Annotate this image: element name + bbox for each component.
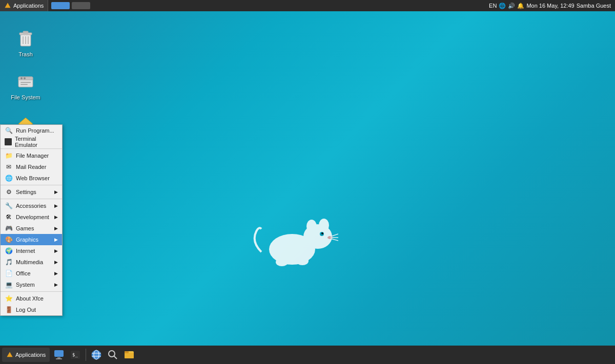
terminal-icon <box>5 138 12 145</box>
menu-mailreader-label: Mail Reader <box>16 164 46 170</box>
menu-settings-label: Settings <box>16 189 36 195</box>
topbar-apps-label: Applications <box>13 3 44 9</box>
svg-rect-40 <box>125 351 129 353</box>
svg-rect-39 <box>125 353 134 358</box>
games-arrow: ▶ <box>54 226 58 231</box>
graphics-arrow: ▶ <box>54 237 58 242</box>
svg-rect-11 <box>20 84 28 85</box>
svg-point-32 <box>92 350 101 359</box>
menu-separator-3 <box>1 199 62 199</box>
menu-item-internet[interactable]: 🌍 Internet ▶ <box>1 245 62 256</box>
accessories-icon: 🔧 <box>5 202 13 210</box>
menu-logout-label: Log Out <box>16 307 36 313</box>
menu-item-office[interactable]: 📄 Office ▶ <box>1 268 62 279</box>
topbar-network-icon: 🌐 <box>499 3 506 9</box>
settings-arrow: ▶ <box>54 189 58 195</box>
desktop: Trash File System <box>0 11 615 346</box>
menu-office-label: Office <box>16 270 31 276</box>
topbar: Applications EN 🌐 🔊 🔔 Mon 16 May, 12:49 … <box>0 0 615 11</box>
menu-item-logout[interactable]: 🚪 Log Out <box>1 304 62 315</box>
menu-item-multimedia[interactable]: 🎵 Multimedia ▶ <box>1 256 62 268</box>
menu-development-label: Development <box>16 214 49 220</box>
svg-text:$_: $_ <box>72 352 78 357</box>
menu-graphics-label: Graphics <box>16 237 38 243</box>
menu-item-accessories[interactable]: 🔧 Accessories ▶ <box>1 200 62 211</box>
internet-icon: 🌍 <box>5 247 13 255</box>
taskbar-apps-label: Applications <box>15 352 46 358</box>
trash-label: Trash <box>18 51 33 57</box>
topbar-datetime: Mon 16 May, 12:49 <box>526 3 574 9</box>
menu-item-run[interactable]: 🔍 Run Program... <box>1 125 62 136</box>
menu-separator-2 <box>1 185 62 185</box>
menu-multimedia-label: Multimedia <box>16 259 43 265</box>
svg-point-9 <box>24 77 26 79</box>
menu-terminal-label: Terminal Emulator <box>15 136 58 148</box>
topbar-left: Applications <box>0 0 485 11</box>
menu-games-label: Games <box>16 225 34 231</box>
topbar-right: EN 🌐 🔊 🔔 Mon 16 May, 12:49 Samba Guest <box>485 3 615 9</box>
topbar-notif-icon: 🔔 <box>517 3 524 9</box>
svg-point-25 <box>296 257 309 265</box>
topbar-window-button2 <box>72 2 90 9</box>
svg-rect-29 <box>56 358 62 359</box>
menu-webbrowser-label: Web Browser <box>16 175 50 181</box>
svg-point-8 <box>20 77 23 79</box>
development-arrow: ▶ <box>54 215 58 220</box>
multimedia-icon: 🎵 <box>5 258 13 266</box>
logout-icon: 🚪 <box>5 306 13 314</box>
system-arrow: ▶ <box>54 282 58 287</box>
menu-item-terminal[interactable]: Terminal Emulator <box>1 136 62 147</box>
aboutxfce-icon: ⭐ <box>5 294 13 303</box>
menu-separator-4 <box>1 291 62 292</box>
filesystem-icon <box>15 72 36 92</box>
topbar-lang: EN <box>489 3 497 9</box>
menu-item-system[interactable]: 💻 System ▶ <box>1 279 62 290</box>
taskbar-apps-button[interactable]: Applications <box>2 348 50 362</box>
menu-item-webbrowser[interactable]: 🌐 Web Browser <box>1 173 62 184</box>
taskbar-icon-terminal[interactable]: $_ <box>68 348 83 362</box>
menu-item-games[interactable]: 🎮 Games ▶ <box>1 223 62 234</box>
accessories-arrow: ▶ <box>54 203 58 208</box>
topbar-apps-button[interactable]: Applications <box>0 0 48 11</box>
svg-rect-2 <box>23 31 28 33</box>
svg-rect-10 <box>20 82 31 83</box>
filemanager-icon: 📁 <box>5 152 13 160</box>
games-icon: 🎮 <box>5 224 13 232</box>
menu-system-label: System <box>16 282 35 288</box>
settings-icon: ⚙ <box>5 188 13 196</box>
taskbar-separator-1 <box>86 349 86 361</box>
development-icon: 🛠 <box>5 213 13 221</box>
menu-run-label: Run Program... <box>16 127 54 134</box>
topbar-volume-icon: 🔊 <box>508 3 515 9</box>
taskbar-icon-files[interactable] <box>122 348 136 362</box>
system-icon: 💻 <box>5 281 13 289</box>
svg-rect-27 <box>54 350 64 357</box>
menu-item-development[interactable]: 🛠 Development ▶ <box>1 211 62 223</box>
menu-accessories-label: Accessories <box>16 203 46 209</box>
taskbar-icon-search[interactable] <box>106 348 120 362</box>
taskbar-icon-browser[interactable] <box>89 348 104 362</box>
menu-item-graphics[interactable]: 🎨 Graphics ▶ <box>1 234 62 245</box>
svg-point-18 <box>319 219 329 232</box>
menu-separator-1 <box>1 148 62 149</box>
filesystem-label: File System <box>11 94 40 100</box>
menu-internet-label: Internet <box>16 248 35 254</box>
menu-item-aboutxfce[interactable]: ⭐ About Xfce <box>1 293 62 304</box>
taskbar-icon-desktop[interactable] <box>52 348 66 362</box>
graphics-icon: 🎨 <box>5 235 13 244</box>
menu-aboutxfce-label: About Xfce <box>16 295 44 302</box>
office-icon: 📄 <box>5 269 13 277</box>
menu-item-settings[interactable]: ⚙ Settings ▶ <box>1 186 62 198</box>
menu-item-mailreader[interactable]: ✉ Mail Reader <box>1 161 62 173</box>
desktop-icon-trash[interactable]: Trash <box>5 27 46 59</box>
internet-arrow: ▶ <box>54 248 58 253</box>
run-icon: 🔍 <box>5 126 13 135</box>
topbar-window-button1 <box>51 2 70 9</box>
trash-icon <box>15 29 36 49</box>
desktop-icon-filesystem[interactable]: File System <box>5 70 46 102</box>
menu-item-filemanager[interactable]: 📁 File Manager <box>1 150 62 161</box>
webbrowser-icon: 🌐 <box>5 174 13 182</box>
multimedia-arrow: ▶ <box>54 260 58 265</box>
menu-filemanager-label: File Manager <box>16 153 49 159</box>
office-arrow: ▶ <box>54 271 58 276</box>
